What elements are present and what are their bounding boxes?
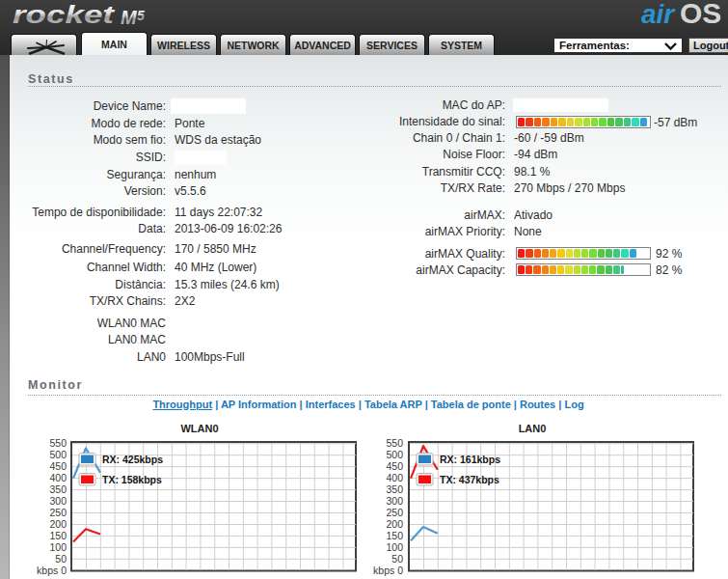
svg-text:rocket: rocket <box>13 3 116 28</box>
svg-text:RX: 425kbps: RX: 425kbps <box>102 454 163 465</box>
svg-text:TX: 437kbps: TX: 437kbps <box>440 474 499 485</box>
svg-text:RX: 161kbps: RX: 161kbps <box>440 454 500 465</box>
svg-text:air: air <box>641 0 676 29</box>
svg-text:OS: OS <box>680 0 721 29</box>
svg-text:TX: 158kbps: TX: 158kbps <box>102 474 162 485</box>
svg-text:M: M <box>121 7 138 28</box>
svg-text:5: 5 <box>137 8 145 23</box>
